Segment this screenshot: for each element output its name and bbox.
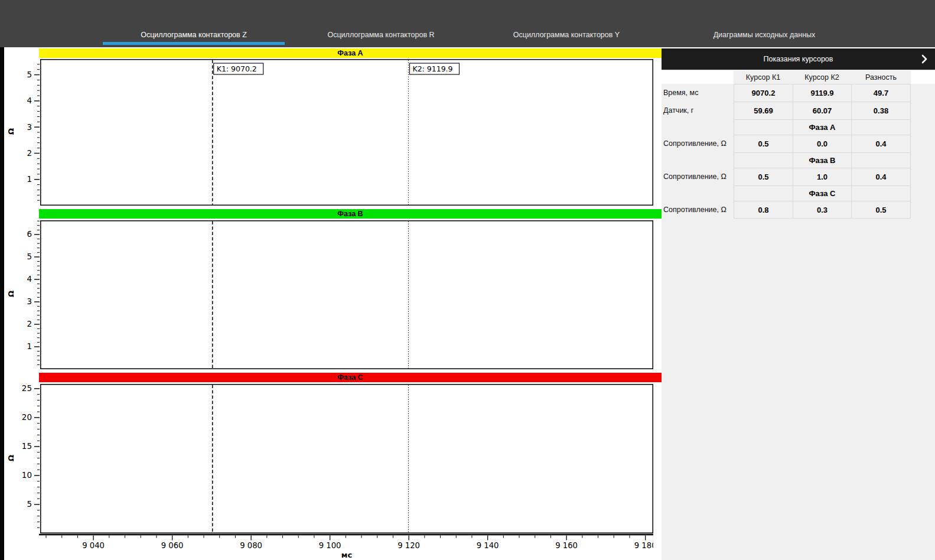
tab-label: Диаграммы исходных данных — [714, 31, 816, 39]
x-tick-label: 9 180 — [634, 541, 653, 550]
x-tick-label: 9 040 — [82, 541, 105, 550]
row-label: Сопротивление, Ω — [662, 135, 734, 152]
table-row: Фаза В — [662, 152, 911, 168]
value-diff: 0.38 — [851, 102, 911, 119]
tab-oscillogram-r[interactable]: Осциллограмма контакторов R — [289, 26, 473, 44]
value-k2: 9119.9 — [793, 84, 851, 102]
cursor-panel-header: Показания курсоров — [662, 48, 935, 70]
phase-c-plot: 510152025 — [18, 384, 653, 533]
row-label — [662, 185, 734, 201]
empty-cell — [734, 185, 793, 201]
phase-b-y-tick-label: 5 — [27, 252, 32, 261]
phase-a-y-tick-label: 5 — [27, 70, 32, 79]
tab-oscillogram-y[interactable]: Осциллограмма контакторов Y — [474, 26, 659, 44]
column-header-2: Курсор К2 — [793, 71, 851, 84]
phase-b-plot: 123456 — [18, 220, 653, 369]
phase-c-y-tick-label: 20 — [22, 412, 32, 422]
value-k2: 60.07 — [793, 102, 851, 119]
x-tick-label: 9 140 — [477, 541, 499, 550]
empty-cell — [851, 152, 911, 168]
phase-b-header: Фаза В — [39, 209, 662, 219]
value-k1: 0.8 — [734, 201, 793, 219]
cursor-readings-table: Курсор К1Курсор К2РазностьВремя, мс9070.… — [662, 71, 935, 219]
phase-a-y-tick-label: 3 — [27, 122, 32, 132]
empty-cell — [734, 119, 793, 135]
table-row: Сопротивление, Ω0.51.00.4 — [662, 168, 911, 185]
phase-section-header: Фаза В — [793, 152, 851, 168]
tab-source-diagrams[interactable]: Диаграммы исходных данных — [664, 26, 865, 44]
table-row: Датчик, г59.6960.070.38 — [662, 102, 911, 119]
empty-cell — [734, 152, 793, 168]
value-k1: 0.5 — [734, 135, 793, 152]
svg-text:K2: 9119.9: K2: 9119.9 — [412, 64, 452, 73]
table-row: Сопротивление, Ω0.80.30.5 — [662, 201, 911, 219]
phase-a-y-tick-label: 2 — [27, 148, 32, 158]
x-tick-label: 9 080 — [240, 541, 262, 550]
phase-a-plot-frame — [41, 60, 653, 206]
phase-b-y-tick-label: 3 — [27, 297, 32, 306]
cursor-k1-flag[interactable]: K1: 9070.2 — [214, 63, 263, 74]
phase-c-y-tick-label: 10 — [22, 470, 32, 480]
value-k1: 59.69 — [734, 102, 793, 119]
tab-oscillogram-z[interactable]: Осциллограмма контакторов Z — [103, 26, 285, 44]
row-label — [662, 119, 734, 135]
svg-text:K1: 9070.2: K1: 9070.2 — [217, 64, 257, 73]
phase-b-plot-frame — [41, 221, 653, 369]
table-header-row: Курсор К1Курсор К2Разность — [662, 71, 935, 84]
phase-c-y-axis-unit: Ω — [6, 451, 15, 464]
cursor-panel-title: Показания курсоров — [764, 55, 833, 63]
x-tick-label: 9 160 — [555, 541, 578, 550]
tab-bar: Осциллограмма контакторов ZОсциллограмма… — [0, 0, 935, 47]
phase-c-header: Фаза С — [39, 373, 662, 382]
value-k1: 9070.2 — [734, 84, 793, 102]
oscillogram-area: Фаза АΩ12345K1: 9070.2K2: 9119.9Фаза ВΩ1… — [4, 47, 662, 560]
tab-label: Осциллограмма контакторов R — [327, 31, 434, 39]
phase-a-y-tick-label: 1 — [27, 174, 32, 184]
phase-b-y-tick-label: 2 — [27, 319, 32, 328]
phase-b-y-axis-unit: Ω — [6, 288, 15, 301]
tab-label: Осциллограмма контакторов Y — [513, 31, 620, 39]
window-edge-strip — [0, 47, 4, 560]
cursor-k2-flag[interactable]: K2: 9119.9 — [409, 63, 459, 74]
value-k2: 0.3 — [793, 201, 851, 219]
column-header-1: Курсор К1 — [734, 71, 793, 84]
phase-c-y-tick-label: 5 — [27, 499, 32, 509]
value-k2: 0.0 — [793, 135, 851, 152]
phase-b-y-tick-label: 4 — [27, 274, 32, 284]
x-tick-label: 9 060 — [161, 541, 184, 550]
x-tick-label: 9 120 — [398, 541, 420, 550]
value-diff: 0.4 — [851, 135, 911, 152]
value-diff: 49.7 — [851, 84, 911, 102]
collapse-panel-chevron-icon[interactable] — [921, 54, 927, 64]
phase-a-header: Фаза А — [39, 48, 662, 58]
phase-c-y-tick-label: 15 — [22, 441, 32, 451]
row-label: Время, мс — [662, 84, 734, 102]
tab-label: Осциллограмма контакторов Z — [141, 31, 247, 39]
phase-section-header: Фаза А — [793, 119, 851, 135]
value-k2: 1.0 — [793, 168, 851, 185]
empty-cell — [851, 185, 911, 201]
value-k1: 0.5 — [734, 168, 793, 185]
column-header-3: Разность — [851, 71, 911, 84]
row-label: Сопротивление, Ω — [662, 201, 734, 219]
cursor-readings-panel: Показания курсоров Курсор К1Курсор К2Раз… — [662, 48, 935, 560]
x-tick-label: 9 100 — [319, 541, 341, 550]
row-label: Датчик, г — [662, 102, 734, 119]
active-tab-underline — [103, 42, 285, 45]
empty-cell — [851, 119, 911, 135]
phase-c-y-tick-label: 25 — [22, 384, 32, 393]
phase-a-plot: 12345K1: 9070.2K2: 9119.9 — [18, 59, 653, 206]
row-label — [662, 152, 734, 168]
value-diff: 0.5 — [851, 201, 911, 219]
row-label: Сопротивление, Ω — [662, 168, 734, 185]
phase-c-plot-frame — [41, 385, 653, 533]
phase-a-y-tick-label: 4 — [27, 96, 32, 105]
phase-b-y-tick-label: 6 — [27, 229, 32, 239]
table-row: Фаза А — [662, 119, 911, 135]
table-row: Время, мс9070.29119.949.7 — [662, 84, 911, 102]
time-axis: 9 0409 0609 0809 1009 1209 1409 1609 180… — [18, 533, 653, 560]
table-row: Сопротивление, Ω0.50.00.4 — [662, 135, 911, 152]
table-row: Фаза С — [662, 185, 911, 201]
phase-a-y-axis-unit: Ω — [6, 125, 15, 138]
app-root: Осциллограмма контакторов ZОсциллограмма… — [0, 0, 935, 560]
